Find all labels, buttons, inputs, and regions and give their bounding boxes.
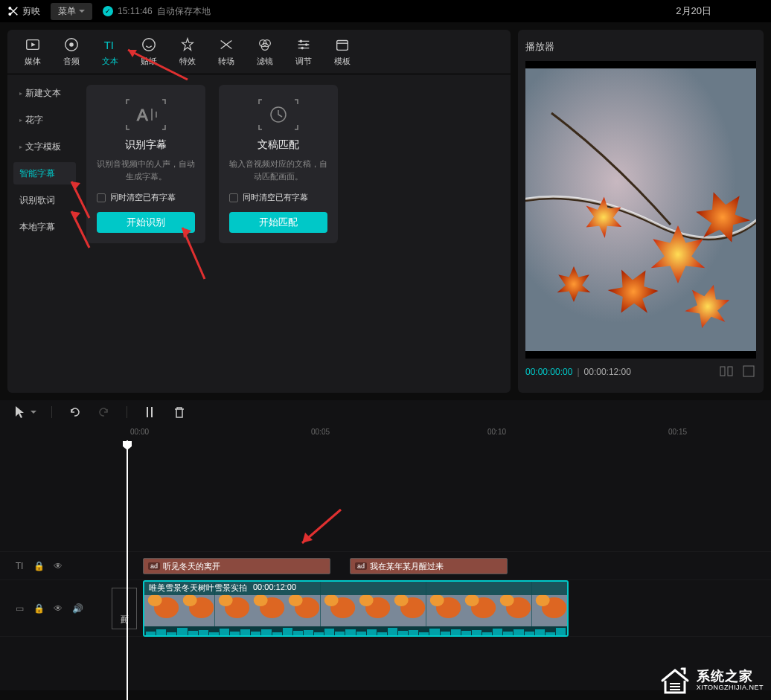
delete-tool[interactable] <box>172 405 187 420</box>
svg-rect-14 <box>337 41 348 51</box>
svg-point-44 <box>394 594 409 606</box>
subtitle-text: 我在某年某月醒过来 <box>370 561 444 572</box>
track-text: TI 🔒 👁 ad 听见冬天的离开 ad 我在某年某月醒过来 <box>0 552 771 580</box>
video-preview[interactable] <box>525 61 756 359</box>
playhead[interactable] <box>127 440 128 700</box>
start-match-button[interactable]: 开始匹配 <box>229 212 327 233</box>
mute-icon[interactable]: 🔊 <box>71 603 83 614</box>
watermark: 系统之家 XITONGZHIJIA.NET <box>658 666 764 696</box>
video-clip-duration: 00:00:12:00 <box>253 582 296 594</box>
tab-media[interactable]: 媒体 <box>15 36 51 67</box>
ruler-tick: 00:10 <box>487 428 506 436</box>
lock-icon[interactable]: 🔒 <box>33 561 45 571</box>
ruler-tick: 00:05 <box>311 428 330 436</box>
ruler-tick: 00:15 <box>668 428 687 436</box>
svg-point-35 <box>289 594 303 606</box>
svg-point-7 <box>143 39 156 51</box>
app-logo-group: 剪映 <box>7 5 40 18</box>
player-panel: 播放器 00:00:00:00 | <box>518 30 764 393</box>
card-recognize-desc: 识别音视频中的人声，自动生成字幕。 <box>97 158 195 183</box>
timeline-toolbar <box>0 400 771 424</box>
subtitle-clip-1[interactable]: ad 听见冬天的离开 <box>143 558 330 574</box>
sidebar-item-new-text[interactable]: 新建文本 <box>13 82 76 104</box>
menu-dropdown[interactable]: 菜单 <box>51 3 92 20</box>
ruler-tick: 00:00 <box>130 428 149 436</box>
preview-image <box>525 68 756 351</box>
tab-effect[interactable]: 特效 <box>170 36 205 67</box>
subtitle-text: 听见冬天的离开 <box>163 561 220 572</box>
svg-point-56 <box>535 594 549 606</box>
top-tab-bar: 媒体 音频 TI文本 贴纸 特效 转场 滤镜 调节 模板 <box>7 30 511 74</box>
tab-audio[interactable]: 音频 <box>54 36 89 67</box>
subtitle-tag: ad <box>148 562 160 570</box>
undo-button[interactable] <box>67 405 82 420</box>
tab-text[interactable]: TI文本 <box>92 36 128 67</box>
track-text-head: TI 🔒 👁 <box>0 552 112 580</box>
tab-filter[interactable]: 滤镜 <box>247 36 283 67</box>
video-track-icon[interactable]: ▭ <box>13 603 25 614</box>
sidebar-item-local-subtitle[interactable]: 本地字幕 <box>13 216 76 238</box>
lock-icon[interactable]: 🔒 <box>33 603 45 614</box>
track-video-head: ▭ 🔒 👁 🔊 <box>0 580 112 637</box>
tab-sticker[interactable]: 贴纸 <box>131 36 167 67</box>
card-recognize-check[interactable]: 同时清空已有字幕 <box>97 192 176 203</box>
track-video: ▭ 🔒 👁 🔊 封面 唯美雪景冬天树叶雪景实拍 00:00:12:00 <box>0 580 771 637</box>
timeline-tracks: TI 🔒 👁 ad 听见冬天的离开 ad 我在某年某月醒过来 ▭ 🔒 👁 🔊 封… <box>0 440 771 690</box>
svg-point-26 <box>183 594 197 606</box>
player-controls: 00:00:00:00 | 00:00:12:00 <box>525 359 756 385</box>
player-title: 播放器 <box>525 40 756 54</box>
card-recognize-title: 识别字幕 <box>125 138 167 152</box>
eye-icon[interactable]: 👁 <box>52 603 64 614</box>
svg-point-1 <box>8 7 11 10</box>
sidebar-item-fancy[interactable]: 花字 <box>13 109 76 131</box>
scale-icon[interactable] <box>741 364 756 381</box>
sidebar-item-smart-subtitle[interactable]: 智能字幕 <box>13 162 76 184</box>
card-match: 文稿匹配 输入音视频对应的文稿，自动匹配画面。 同时清空已有字幕 开始匹配 <box>219 85 338 243</box>
title-bar: 剪映 菜单 15:11:46 自动保存本地 2月20日 <box>0 0 771 22</box>
svg-rect-20 <box>743 366 754 376</box>
menu-label: 菜单 <box>58 5 76 18</box>
tab-template[interactable]: 模板 <box>324 36 360 67</box>
svg-text:TI: TI <box>104 39 114 51</box>
ratio-icon[interactable] <box>719 364 734 381</box>
svg-text:A: A <box>137 106 148 124</box>
svg-point-29 <box>218 594 232 606</box>
asset-panel: 媒体 音频 TI文本 贴纸 特效 转场 滤镜 调节 模板 新建文本 花字 文字模… <box>7 30 511 393</box>
svg-rect-18 <box>720 367 725 376</box>
tab-adjust[interactable]: 调节 <box>286 36 321 67</box>
sidebar-item-lyric[interactable]: 识别歌词 <box>13 189 76 211</box>
checkbox-icon <box>97 193 106 202</box>
svg-rect-19 <box>728 367 732 376</box>
current-time: 00:00:00:00 <box>525 367 572 377</box>
checkbox-icon <box>229 193 238 202</box>
svg-point-32 <box>254 594 268 606</box>
svg-point-53 <box>500 594 514 606</box>
timeline-ruler[interactable]: 00:00 00:05 00:10 00:15 <box>0 424 771 440</box>
split-tool[interactable] <box>142 405 157 420</box>
svg-point-0 <box>8 13 11 16</box>
subtitle-clip-2[interactable]: ad 我在某年某月醒过来 <box>350 558 508 574</box>
svg-point-11 <box>300 40 303 43</box>
audio-waveform <box>144 626 567 635</box>
svg-point-23 <box>148 594 162 606</box>
subtitle-tag: ad <box>355 562 367 570</box>
app-name: 剪映 <box>22 5 40 18</box>
cursor-tool[interactable] <box>13 405 36 420</box>
eye-icon[interactable]: 👁 <box>52 561 64 571</box>
playhead-handle[interactable] <box>122 440 132 451</box>
scissors-icon <box>7 5 19 17</box>
project-date: 2月20日 <box>676 4 711 18</box>
svg-point-5 <box>69 42 74 47</box>
redo-button[interactable] <box>97 405 112 420</box>
recognize-icon: A <box>122 97 170 132</box>
watermark-en: XITONGZHIJIA.NET <box>697 684 764 692</box>
card-match-check[interactable]: 同时清空已有字幕 <box>229 192 308 203</box>
video-clip[interactable]: 唯美雪景冬天树叶雪景实拍 00:00:12:00 <box>143 580 569 637</box>
tab-transition[interactable]: 转场 <box>208 36 244 67</box>
text-track-icon[interactable]: TI <box>13 561 25 571</box>
house-icon <box>658 666 692 696</box>
chevron-down-icon <box>79 10 85 13</box>
cover-button[interactable]: 封面 <box>112 588 137 629</box>
start-recognize-button[interactable]: 开始识别 <box>97 212 195 233</box>
sidebar-item-text-template[interactable]: 文字模板 <box>13 135 76 158</box>
